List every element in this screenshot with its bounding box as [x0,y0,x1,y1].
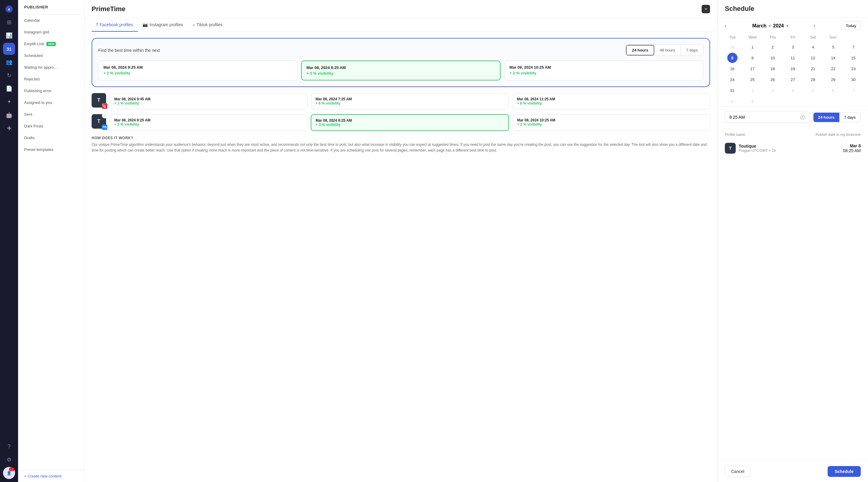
content-icon[interactable]: 📄 [3,83,15,95]
community-icon[interactable]: 👥 [3,56,15,68]
time-section: 8:25 AM 🕐 24 hours 7 days [718,106,868,133]
profile-section-header: Profile name Publish date in my timezone [725,133,861,137]
cal-day[interactable]: 9 [747,96,758,106]
nav-item-waiting[interactable]: Waiting for appro... [18,61,84,73]
post-slot-fb-3[interactable]: Mar 08, 2024 10:25 AM + 2 % visibility [513,114,710,131]
cal-day[interactable]: 26 [768,74,778,85]
integrations-icon[interactable]: ✚ [3,122,15,134]
tab-instagram-profiles[interactable]: 📷 Instagram profiles [138,19,188,32]
how-it-works-title: HOW DOES IT WORK? [92,136,710,140]
nav-item-publishing-error[interactable]: Publishing error [18,85,84,97]
nav-item-sent[interactable]: Sent [18,108,84,120]
nav-item-assigned[interactable]: Assigned to you [18,97,84,108]
cal-day[interactable]: 18 [768,64,778,74]
cal-day[interactable]: 4 [788,85,798,96]
cancel-button[interactable]: Cancel [725,466,751,477]
cal-day[interactable]: 8 [727,96,738,106]
sched-btn-24h[interactable]: 24 hours [813,113,839,122]
post-slot-ig-3[interactable]: Mar 08, 2024 11:25 AM + 8 % visibility [513,93,710,109]
nav-item-preset-templates[interactable]: Preset templates [18,144,84,155]
cal-day-today[interactable]: 8 [727,53,738,63]
cal-day[interactable]: 2 [768,42,778,52]
month-label[interactable]: March [752,23,767,29]
cal-day[interactable]: 23 [848,64,859,74]
cal-day[interactable]: 27 [788,74,798,85]
publisher-icon[interactable]: 31 [3,43,15,55]
settings-icon[interactable]: ⚙ [3,454,15,466]
cal-day[interactable]: 1 [747,42,758,52]
cal-day[interactable]: 16 [727,64,738,74]
time-btn-24h[interactable]: 24 hours [626,45,654,56]
cal-day[interactable]: 7 [848,85,859,96]
highlight-slot-2[interactable]: Mar 08, 2024 8:25 AM + 3 % visibility [301,61,501,81]
nav-item-dark-posts[interactable]: Dark Posts [18,120,84,132]
nav-item-rejected[interactable]: Rejected [18,73,84,85]
today-button[interactable]: Today [841,22,861,30]
cal-day[interactable]: 12 [808,53,818,63]
ratings-icon[interactable]: ✦ [3,96,15,108]
cal-day[interactable]: 11 [788,53,798,63]
tab-tiktok-profiles[interactable]: ♪ Tiktok profiles [188,19,227,32]
cal-day[interactable]: 24 [727,74,738,85]
modal-close-button[interactable]: × [702,5,710,13]
cal-day[interactable]: 31 [727,85,738,96]
left-navigation: PUBLISHER Calendar Instagram grid Emplif… [18,0,84,482]
cal-day[interactable]: 14 [828,53,838,63]
cal-day[interactable]: 1 [747,85,758,96]
cal-day[interactable]: 6 [828,85,838,96]
cal-day[interactable]: 3 [768,85,778,96]
cal-day[interactable]: 9 [747,53,758,63]
cal-day[interactable]: 28 [727,42,738,52]
primetime-modal: PrimeTime × f Facebook profiles 📷 Instag… [84,0,717,482]
highlight-slot-3[interactable]: Mar 08, 2024 10:25 AM + 2 % visibility [504,61,704,81]
user-avatar-icon[interactable]: 👤 12 [3,467,15,479]
highlight-slot-1[interactable]: Mar 08, 2024 9:25 AM + 2 % visibility [98,61,298,81]
dashboard-icon[interactable]: ⊞ [3,16,15,28]
bot-icon[interactable]: 🤖 [3,109,15,121]
create-new-content-button[interactable]: + Create new content [18,470,84,482]
cal-day[interactable]: 28 [808,74,818,85]
nav-item-calendar[interactable]: Calendar [18,14,84,26]
cal-day[interactable]: 25 [747,74,758,85]
cal-day[interactable]: 17 [747,64,758,74]
nav-item-drafts[interactable]: Drafts [18,132,84,144]
post-slot-ig-1[interactable]: Mar 08, 2024 9:45 AM + 1 % visibility [110,93,307,109]
next-month-arrow[interactable]: › [814,23,815,29]
listen-icon[interactable]: ↻ [3,69,15,81]
post-slot-fb-2[interactable]: Mar 08, 2024 8:25 AM + 3 % visibility [311,114,509,131]
cal-day[interactable]: 21 [808,64,818,74]
time-input[interactable]: 8:25 AM 🕐 [725,111,809,123]
schedule-button[interactable]: Schedule [828,466,861,477]
year-label[interactable]: 2024 [773,23,784,29]
time-btn-48h[interactable]: 48 hours [654,45,681,56]
nav-item-scheduled[interactable]: Scheduled [18,50,84,61]
cal-day[interactable]: 5 [828,42,838,52]
cal-day[interactable]: 10 [768,53,778,63]
post-slot-ig-2[interactable]: Mar 08, 2024 7:25 AM + 6 % visibility [311,93,509,109]
cal-day[interactable]: 3 [788,42,798,52]
post-slot-fb-1[interactable]: Mar 08, 2024 9:25 AM + 2 % visibility [110,114,307,131]
tab-facebook-profiles[interactable]: f Facebook profiles [92,19,138,32]
cal-day[interactable]: 29 [828,74,838,85]
cal-day[interactable]: 7 [848,42,859,52]
nav-item-instagram-grid[interactable]: Instagram grid [18,26,84,38]
cal-day[interactable]: 5 [808,85,818,96]
cal-day[interactable]: 15 [848,53,859,63]
cal-day[interactable]: 30 [848,74,859,85]
highlight-label: Find the best time within the next [98,48,160,53]
logo-icon[interactable]: e [3,3,15,15]
profile-publish-date: Mar 8 08:25 AM [843,143,861,153]
post-avatar-fb: T ✓ FB [92,114,106,129]
sched-btn-7d[interactable]: 7 days [839,113,861,122]
cal-day[interactable]: 4 [808,42,818,52]
help-icon[interactable]: ? [3,441,15,452]
nav-item-emplifi-link[interactable]: Emplifi Link NEW [18,38,84,50]
publish-time-value: 08:25 AM [843,148,861,153]
cal-day[interactable]: 22 [828,64,838,74]
cal-day[interactable]: 19 [788,64,798,74]
time-btn-7d[interactable]: 7 days [681,45,703,56]
schedule-footer: Cancel Schedule [718,460,868,482]
how-it-works-text: Our unique PrimeTime algorithm understan… [92,142,710,153]
prev-month-arrow[interactable]: ‹ [725,23,726,29]
analytics-icon[interactable]: 📊 [3,30,15,41]
